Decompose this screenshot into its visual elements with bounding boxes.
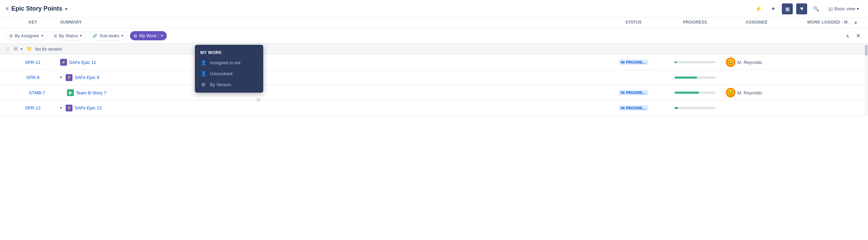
by-assignee-icon: ⊞: [9, 34, 13, 38]
epic-icon: ⚡: [66, 105, 72, 111]
by-status-arrow: ▾: [80, 34, 82, 38]
progress-fill: [675, 107, 678, 109]
search-button[interactable]: 🔍: [811, 3, 822, 14]
summary-cell: ⚡ SAFe Epic 11: [60, 59, 603, 66]
scroll-thumb[interactable]: [865, 45, 868, 56]
col-progress: Progress: [664, 20, 726, 26]
unresolved-icon: 👤: [200, 71, 206, 76]
progress-cell: [664, 107, 726, 109]
status-badge: IN PROGRE...: [619, 59, 649, 65]
assignee-cell: 😊 M. Reynolds: [726, 57, 787, 67]
dropdown-title: My Work: [195, 48, 263, 57]
sub-tasks-arrow: ▾: [121, 34, 123, 38]
col-summary: Summary: [60, 20, 603, 26]
my-work-icon: ⊞: [134, 34, 137, 38]
col-key: Key: [5, 20, 60, 26]
progress-cell: [664, 77, 726, 79]
by-version-icon: ⊞: [200, 82, 206, 87]
assignee-name: M. Reynolds: [737, 90, 762, 95]
expand-arrow[interactable]: ▾: [60, 75, 62, 80]
layers-icon: ▦: [785, 6, 790, 12]
filter-bar: ⊞ By Assignee ▾ ⊞ By Status ▾ 🔗 Sub-task…: [0, 28, 868, 43]
star-button[interactable]: ✦: [767, 3, 778, 14]
status-badge: IN PROGRE...: [619, 90, 649, 95]
table-row: STMB-7 ▶ Team B Story 7 IN PROGRE... 😊 M…: [0, 85, 868, 101]
by-status-icon: ⊞: [54, 34, 57, 38]
group-status-dot: [14, 47, 18, 51]
unresolved-label: Unresolved: [210, 71, 232, 76]
epic-icon: ⚡: [66, 74, 72, 81]
status-cell: IN PROGRE...: [603, 59, 664, 65]
summary-link[interactable]: SAFe Epic 11: [69, 60, 96, 65]
sub-tasks-label: Sub-tasks: [99, 33, 119, 38]
row-key-link[interactable]: STMB-7: [29, 90, 45, 95]
filter-button[interactable]: ▼: [796, 3, 807, 14]
row-key-link[interactable]: SPR-9: [26, 75, 39, 80]
top-header: ≡ Epic Story Points ▾ ⚡ ✦ ▦ ▼ 🔍 ||| Basi…: [0, 0, 868, 18]
header-left: ≡ Epic Story Points ▾: [5, 5, 67, 12]
group-expand-arrow[interactable]: ▾: [21, 47, 23, 51]
group-row-no-fix-version: ▾ 📁 No fix version: [0, 43, 868, 55]
header-right: ⚡ ✦ ▦ ▼ 🔍 ||| Basic view ▾: [753, 3, 863, 14]
folder-icon: 📁: [27, 46, 32, 52]
table-row: SPR-11 ⚡ SAFe Epic 11 IN PROGRE... 😊 M. …: [0, 55, 868, 70]
layers-button[interactable]: ▦: [782, 3, 793, 14]
col-add[interactable]: +: [849, 20, 863, 26]
my-work-label: My Work: [139, 33, 157, 38]
close-filter-button[interactable]: ✕: [854, 31, 863, 40]
summary-cell: ▾ ⚡ SAFe Epic 9: [60, 74, 603, 81]
list-icon: ≡: [5, 6, 9, 12]
assignee-cell: 😊 M. Reynolds: [726, 88, 787, 97]
progress-cell: [664, 92, 726, 94]
scrollbar[interactable]: [865, 43, 868, 116]
dropdown-item-assigned[interactable]: 👤 Assigned to me: [195, 57, 263, 68]
avatar-emoji: 😊: [727, 59, 734, 65]
filter-bar-actions: ∧ ✕: [844, 31, 863, 40]
filter-by-status[interactable]: ⊞ By Status ▾: [50, 31, 86, 40]
col-status: Status: [603, 20, 664, 26]
expand-arrow[interactable]: ▾: [60, 106, 62, 110]
dropdown-item-unresolved[interactable]: 👤 Unresolved: [195, 68, 263, 79]
group-label: No fix version: [35, 46, 62, 52]
avatar-emoji: 😊: [727, 90, 734, 96]
row-key-link[interactable]: SPR-12: [25, 105, 41, 110]
my-work-dropdown-arrow[interactable]: ▾: [159, 34, 163, 38]
search-icon: 🔍: [813, 6, 819, 12]
by-status-label: By Status: [59, 33, 78, 38]
summary-link[interactable]: Team B Story 7: [76, 90, 106, 95]
progress-bar: [675, 61, 716, 63]
star-icon: ✦: [771, 5, 775, 12]
table-body: ▾ 📁 No fix version SPR-11 ⚡ SAFe Epic 11…: [0, 43, 868, 116]
basic-view-arrow: ▾: [857, 6, 859, 11]
drag-handle[interactable]: [5, 47, 11, 51]
collapse-button[interactable]: ∧: [844, 32, 851, 40]
assigned-label: Assigned to me: [210, 60, 241, 65]
status-cell: IN PROGRE...: [603, 105, 664, 111]
summary-link[interactable]: SAFe Epic 12: [75, 105, 102, 110]
by-assignee-label: By Assignee: [15, 33, 39, 38]
progress-fill: [675, 61, 677, 63]
row-key-cell: STMB-7: [5, 90, 60, 95]
summary-cell: ▾ ⚡ SAFe Epic 12: [60, 105, 603, 111]
lightning-button[interactable]: ⚡: [753, 3, 764, 14]
progress-bar: [675, 77, 716, 79]
filter-my-work[interactable]: ⊞ My Work ▾: [130, 31, 167, 40]
filter-by-assignee[interactable]: ⊞ By Assignee ▾: [5, 31, 47, 40]
title-dropdown-icon[interactable]: ▾: [65, 6, 67, 12]
row-key-link[interactable]: SPR-11: [25, 60, 41, 65]
summary-link[interactable]: SAFe Epic 9: [75, 75, 99, 80]
row-key-cell: SPR-11: [5, 60, 60, 65]
filter-sub-tasks[interactable]: 🔗 Sub-tasks ▾: [89, 31, 127, 40]
basic-view-button[interactable]: ||| Basic view ▾: [825, 5, 863, 13]
assignee-name: M. Reynolds: [737, 60, 762, 65]
table-row: SPR-12 ▾ ⚡ SAFe Epic 12 IN PROGRE...: [0, 101, 868, 116]
dropdown-item-by-version[interactable]: ⊞ By Version: [195, 79, 263, 90]
summary-cell: ▶ Team B Story 7: [60, 89, 603, 96]
bars-icon: |||: [828, 6, 833, 11]
epic-icon: ⚡: [60, 59, 67, 66]
lightning-icon: ⚡: [755, 5, 762, 12]
by-assignee-arrow: ▾: [41, 34, 43, 38]
basic-view-label: Basic view: [834, 6, 855, 11]
group-row-content: ▾ 📁 No fix version: [5, 46, 603, 52]
assigned-icon: 👤: [200, 60, 206, 65]
